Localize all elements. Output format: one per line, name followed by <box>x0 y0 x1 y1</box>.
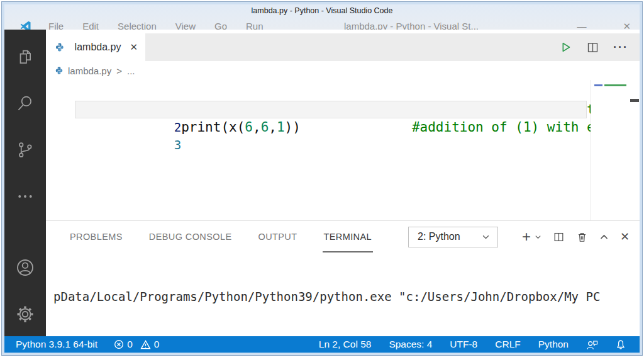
menu-file[interactable]: File <box>48 19 64 30</box>
warnings-icon <box>140 339 151 350</box>
minimap[interactable] <box>591 80 630 220</box>
tab-close-icon[interactable]: ✕ <box>130 42 138 53</box>
menu-view[interactable]: View <box>175 19 196 30</box>
eol-status[interactable]: CRLF <box>495 339 520 350</box>
editor-more-actions-icon[interactable]: ··· <box>613 41 628 54</box>
titlebar: lambda.py - Python - Visual Studio Code … <box>4 4 640 30</box>
indentation-status[interactable]: Spaces: 4 <box>389 339 432 350</box>
split-terminal-icon[interactable] <box>553 231 565 243</box>
python-file-icon-small <box>55 66 64 75</box>
line-number: 3 <box>174 138 181 152</box>
breadcrumb[interactable]: lambda.py > ... <box>46 61 640 80</box>
account-icon[interactable] <box>14 257 36 278</box>
cursor-position-status[interactable]: Ln 2, Col 58 <box>319 339 372 350</box>
shell-selector-value: 2: Python <box>418 231 482 242</box>
kill-terminal-trash-icon[interactable] <box>576 231 588 243</box>
close-window-button[interactable]: ✕ <box>623 19 631 30</box>
error-count: 0 <box>127 339 133 350</box>
terminal-shell-selector[interactable]: 2: Python <box>408 227 498 247</box>
breadcrumb-symbol-ellipsis[interactable]: ... <box>127 65 135 76</box>
status-bar: Python 3.9.1 64-bit 0 0 Ln 2, Col 58 Spa… <box>4 336 640 353</box>
vscode-logo-icon <box>19 20 32 30</box>
titlebar-title: lambda.py - Python - Visual St... <box>282 19 541 30</box>
window-title-tooltip: lambda.py - Python - Visual Studio Code <box>4 4 640 15</box>
code-line-2: 2print(x(6,6,1)) #addition of (1) with e… <box>46 101 640 118</box>
source-control-icon[interactable] <box>14 139 36 161</box>
python-file-icon <box>55 42 65 52</box>
search-icon[interactable] <box>14 93 36 114</box>
tab-terminal[interactable]: TERMINAL <box>323 221 374 252</box>
close-panel-icon[interactable]: ✕ <box>620 230 630 244</box>
menu-go[interactable]: Go <box>214 19 227 30</box>
run-file-icon[interactable] <box>558 40 572 54</box>
explorer-icon[interactable] <box>14 46 36 67</box>
activity-bar <box>4 30 46 336</box>
tab-label: lambda.py <box>75 42 121 53</box>
more-views-icon[interactable] <box>14 186 36 207</box>
cursor-position-marker <box>630 99 639 102</box>
chevron-down-icon <box>482 233 490 241</box>
minimize-button[interactable]: — <box>577 19 586 30</box>
minimap-comment-mark <box>604 84 626 86</box>
feedback-icon[interactable] <box>586 339 598 350</box>
problems-status[interactable]: 0 0 <box>114 339 159 350</box>
minimap-code-mark <box>594 84 602 86</box>
terminal-command-line-1: pData/Local/Programs/Python/Python39/pyt… <box>53 289 640 304</box>
errors-icon <box>114 339 124 349</box>
menu-edit[interactable]: Edit <box>82 19 99 30</box>
language-mode-status[interactable]: Python <box>538 339 569 350</box>
new-terminal-dropdown-icon[interactable] <box>535 234 541 241</box>
code-editor[interactable]: 1x = lambda a,b,c : a*b+c #multiplicatio… <box>46 80 640 220</box>
settings-gear-icon[interactable] <box>14 303 36 325</box>
terminal-output[interactable]: pData/Local/Programs/Python/Python39/pyt… <box>46 252 640 336</box>
split-editor-icon[interactable] <box>586 41 599 54</box>
menu-selection[interactable]: Selection <box>118 19 157 30</box>
new-terminal-icon[interactable]: + <box>522 230 531 243</box>
breadcrumb-separator: > <box>116 65 122 76</box>
menu-run[interactable]: Run <box>246 19 264 30</box>
menu-bar: File Edit Selection View Go Run lambda.p… <box>4 19 640 30</box>
tab-lambda-py[interactable]: lambda.py ✕ <box>46 33 145 61</box>
notifications-bell-icon[interactable] <box>616 339 626 350</box>
overview-ruler[interactable] <box>630 80 640 220</box>
python-interpreter-status[interactable]: Python 3.9.1 64-bit <box>16 339 97 350</box>
warning-count: 0 <box>154 339 160 350</box>
breadcrumb-file[interactable]: lambda.py <box>68 65 111 76</box>
tab-debug-console[interactable]: DEBUG CONSOLE <box>148 221 233 252</box>
bottom-panel: PROBLEMS DEBUG CONSOLE OUTPUT TERMINAL 2… <box>46 220 640 336</box>
code-line-1: 1x = lambda a,b,c : a*b+c #multiplicatio… <box>46 83 640 101</box>
editor-group: lambda.py ✕ ··· lambda.py > ... <box>46 30 640 336</box>
tab-problems[interactable]: PROBLEMS <box>69 221 124 252</box>
panel-header: PROBLEMS DEBUG CONSOLE OUTPUT TERMINAL 2… <box>46 221 640 252</box>
maximize-panel-chevron-up-icon[interactable] <box>599 232 609 242</box>
encoding-status[interactable]: UTF-8 <box>450 339 477 350</box>
code-line-3: 3 <box>46 118 640 136</box>
vscode-window: lambda.py - Python - Visual Studio Code … <box>1 1 643 356</box>
tab-bar: lambda.py ✕ ··· <box>46 33 640 61</box>
tab-output[interactable]: OUTPUT <box>257 221 298 252</box>
